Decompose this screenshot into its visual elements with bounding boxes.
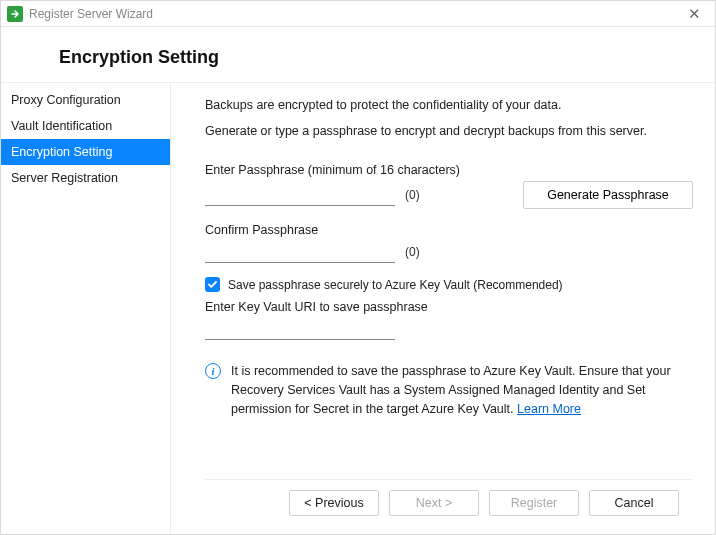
info-box: i It is recommended to save the passphra… [205,362,693,418]
info-text: It is recommended to save the passphrase… [231,362,693,418]
step-proxy-configuration[interactable]: Proxy Configuration [1,87,170,113]
confirm-passphrase-row: (0) [205,241,693,263]
wizard-window: Register Server Wizard ✕ Encryption Sett… [0,0,716,535]
previous-button[interactable]: < Previous [289,490,379,516]
page-header: Encryption Setting [1,27,715,82]
body: Proxy Configuration Vault Identification… [1,82,715,534]
step-server-registration[interactable]: Server Registration [1,165,170,191]
main-panel: Backups are encrypted to protect the con… [171,83,715,534]
step-encryption-setting[interactable]: Encryption Setting [1,139,170,165]
content: Backups are encrypted to protect the con… [205,95,693,479]
save-to-key-vault-label: Save passphrase securely to Azure Key Va… [228,278,563,292]
confirm-passphrase-label: Confirm Passphrase [205,223,693,237]
wizard-steps-sidebar: Proxy Configuration Vault Identification… [1,83,171,534]
wizard-footer: < Previous Next > Register Cancel [205,479,693,526]
intro-line-2: Generate or type a passphrase to encrypt… [205,121,693,141]
save-to-key-vault-checkbox[interactable] [205,277,220,292]
enter-passphrase-label: Enter Passphrase (minimum of 16 characte… [205,163,693,177]
page-title: Encryption Setting [59,47,715,68]
title-bar: Register Server Wizard ✕ [1,1,715,27]
key-vault-uri-label: Enter Key Vault URI to save passphrase [205,300,693,314]
key-vault-uri-block: Enter Key Vault URI to save passphrase [205,300,693,340]
enter-passphrase-count: (0) [405,188,420,202]
info-icon: i [205,363,221,379]
key-vault-uri-input[interactable] [205,318,395,340]
confirm-passphrase-input[interactable] [205,241,395,263]
confirm-passphrase-count: (0) [405,245,420,259]
enter-passphrase-input[interactable] [205,184,395,206]
confirm-passphrase-block: Confirm Passphrase (0) [205,223,693,263]
cancel-button[interactable]: Cancel [589,490,679,516]
window-title: Register Server Wizard [29,7,153,21]
intro-line-1: Backups are encrypted to protect the con… [205,95,693,115]
enter-passphrase-block: Enter Passphrase (minimum of 16 characte… [205,163,693,209]
generate-passphrase-button[interactable]: Generate Passphrase [523,181,693,209]
intro-text: Backups are encrypted to protect the con… [205,95,693,141]
titlebar-left: Register Server Wizard [7,6,153,22]
app-arrow-icon [7,6,23,22]
learn-more-link[interactable]: Learn More [517,402,581,416]
save-to-key-vault-row: Save passphrase securely to Azure Key Va… [205,277,693,292]
close-icon[interactable]: ✕ [680,5,709,23]
enter-passphrase-row: (0) Generate Passphrase [205,181,693,209]
next-button[interactable]: Next > [389,490,479,516]
step-vault-identification[interactable]: Vault Identification [1,113,170,139]
register-button[interactable]: Register [489,490,579,516]
info-message: It is recommended to save the passphrase… [231,364,671,416]
